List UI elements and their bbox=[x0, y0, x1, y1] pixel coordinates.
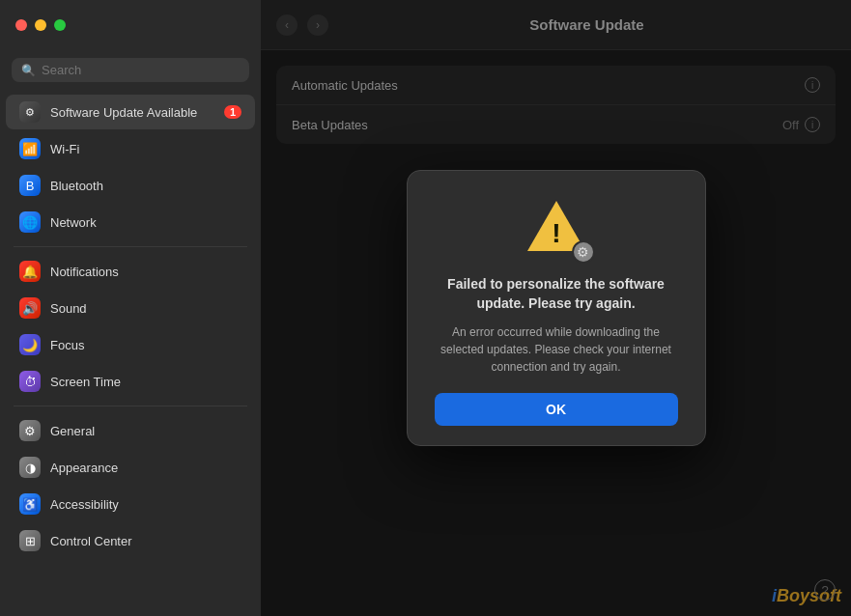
sidebar-titlebar bbox=[0, 0, 261, 50]
modal-title: Failed to personalize the software updat… bbox=[435, 275, 678, 313]
sidebar-item-network[interactable]: 🌐 Network bbox=[6, 205, 255, 239]
svg-text:!: ! bbox=[552, 218, 560, 248]
gear-badge-icon: ⚙ bbox=[572, 240, 595, 264]
sidebar-label-notifications: Notifications bbox=[50, 265, 241, 279]
sidebar-item-general[interactable]: ⚙ General bbox=[6, 413, 255, 448]
modal-ok-button[interactable]: OK bbox=[435, 393, 678, 426]
maximize-button[interactable] bbox=[54, 19, 66, 31]
control-center-icon: ⊞ bbox=[19, 530, 41, 551]
software-update-icon: ⚙ bbox=[19, 101, 41, 123]
sidebar: 🔍 ⚙ Software Update Available 1 📶 Wi-Fi … bbox=[0, 0, 261, 616]
sidebar-item-software-update[interactable]: ⚙ Software Update Available 1 bbox=[6, 95, 255, 129]
sidebar-item-wifi[interactable]: 📶 Wi-Fi bbox=[6, 131, 255, 166]
close-button[interactable] bbox=[15, 19, 27, 31]
sidebar-label-screen-time: Screen Time bbox=[50, 375, 241, 389]
search-icon: 🔍 bbox=[21, 64, 36, 77]
sidebar-label-bluetooth: Bluetooth bbox=[50, 179, 241, 193]
sidebar-label-appearance: Appearance bbox=[50, 461, 241, 475]
accessibility-icon: ♿ bbox=[19, 493, 41, 515]
general-icon: ⚙ bbox=[19, 420, 41, 441]
appearance-icon: ◑ bbox=[19, 457, 41, 478]
notifications-icon: 🔔 bbox=[19, 261, 41, 282]
software-update-badge: 1 bbox=[224, 105, 241, 119]
sidebar-label-sound: Sound bbox=[50, 301, 241, 316]
sidebar-label-software-update: Software Update Available bbox=[50, 105, 214, 120]
sidebar-label-accessibility: Accessibility bbox=[50, 497, 241, 512]
wifi-icon: 📶 bbox=[19, 138, 41, 159]
bluetooth-icon: B bbox=[19, 175, 41, 196]
sidebar-item-sound[interactable]: 🔊 Sound bbox=[6, 291, 255, 325]
sidebar-item-focus[interactable]: 🌙 Focus bbox=[6, 327, 255, 362]
sidebar-item-notifications[interactable]: 🔔 Notifications bbox=[6, 254, 255, 289]
main-content: ‹ › Software Update Automatic Updates i … bbox=[261, 0, 851, 616]
sidebar-item-control-center[interactable]: ⊞ Control Center bbox=[6, 523, 255, 558]
screen-time-icon: ⏱ bbox=[19, 371, 41, 392]
modal-overlay: ! ⚙ Failed to personalize the software u… bbox=[261, 0, 851, 616]
sidebar-item-accessibility[interactable]: ♿ Accessibility bbox=[6, 487, 255, 521]
error-modal: ! ⚙ Failed to personalize the software u… bbox=[407, 170, 706, 445]
sidebar-label-wifi: Wi-Fi bbox=[50, 142, 241, 156]
modal-body: An error occurred while downloading the … bbox=[435, 323, 678, 376]
search-bar[interactable]: 🔍 bbox=[12, 58, 249, 82]
focus-icon: 🌙 bbox=[19, 334, 41, 355]
sidebar-item-appearance[interactable]: ◑ Appearance bbox=[6, 450, 255, 485]
search-input[interactable] bbox=[42, 63, 240, 77]
minimize-button[interactable] bbox=[35, 19, 46, 31]
sidebar-item-bluetooth[interactable]: B Bluetooth bbox=[6, 168, 255, 203]
network-icon: 🌐 bbox=[19, 211, 41, 233]
sidebar-label-general: General bbox=[50, 424, 241, 438]
sidebar-label-network: Network bbox=[50, 215, 241, 230]
sidebar-item-screen-time[interactable]: ⏱ Screen Time bbox=[6, 364, 255, 399]
sound-icon: 🔊 bbox=[19, 297, 41, 319]
sidebar-divider-2 bbox=[14, 406, 247, 406]
sidebar-label-focus: Focus bbox=[50, 338, 241, 352]
modal-icon-wrapper: ! ⚙ bbox=[525, 198, 587, 260]
sidebar-divider-1 bbox=[14, 246, 247, 247]
sidebar-label-control-center: Control Center bbox=[50, 534, 241, 548]
